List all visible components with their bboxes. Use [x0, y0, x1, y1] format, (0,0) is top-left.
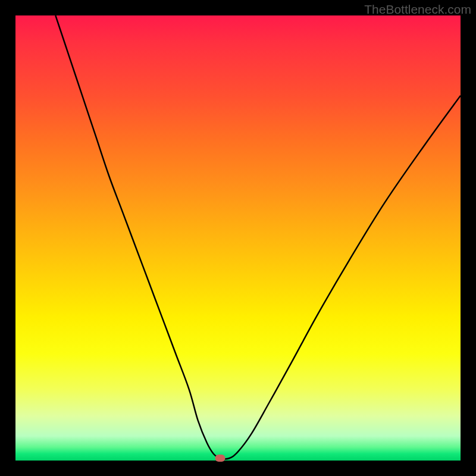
bottleneck-curve: [15, 15, 461, 461]
optimal-marker: [215, 455, 226, 462]
chart-container: TheBottleneck.com: [0, 0, 476, 476]
watermark-text: TheBottleneck.com: [364, 2, 471, 17]
plot-area: [15, 15, 461, 461]
